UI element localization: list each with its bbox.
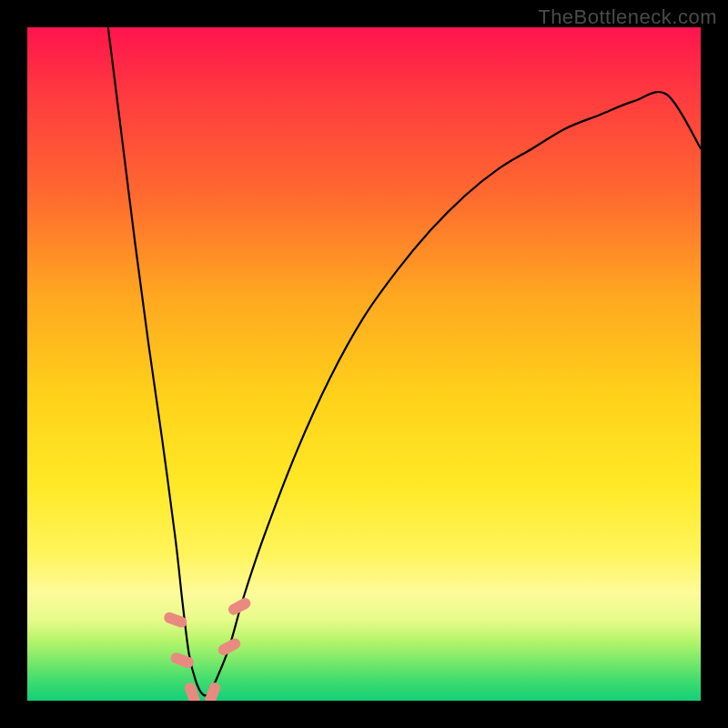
curve-markers (163, 596, 253, 701)
curve-marker (203, 681, 221, 701)
chart-svg (27, 27, 701, 701)
curve-marker (169, 652, 196, 670)
chart-plot-area (27, 27, 701, 701)
curve-marker (183, 681, 201, 701)
attribution-text: TheBottleneck.com (538, 5, 717, 29)
curve-marker (217, 636, 243, 657)
bottleneck-curve (108, 27, 701, 695)
